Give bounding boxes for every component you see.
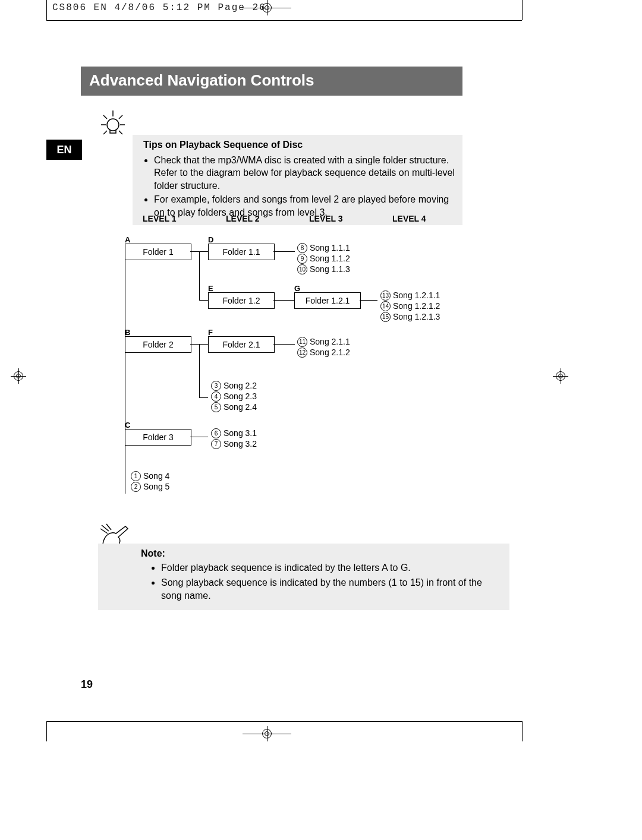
page: CS806 EN 4/8/06 5:12 PM Page 26 EN Advan… — [0, 0, 642, 840]
tips-item: Check that the mp3/WMA disc is created w… — [154, 154, 457, 192]
folder-label: E — [208, 284, 213, 293]
registration-mark — [553, 368, 568, 384]
content-area: Advanced Navigation Controls Tips on Pla… — [46, 67, 462, 225]
folder-label: A — [125, 235, 130, 244]
folder-box: Folder 1 — [125, 244, 191, 260]
folder-box: Folder 3 — [125, 429, 191, 446]
crop-mark — [522, 0, 523, 20]
svg-line-6 — [103, 131, 107, 134]
crop-mark — [46, 721, 47, 741]
song-group: 1Song 4 2Song 5 — [131, 470, 169, 492]
folder-box: Folder 1.1 — [208, 244, 275, 260]
folder-label: G — [294, 284, 300, 293]
folder-box: Folder 2 — [125, 336, 191, 353]
note-block: Note: Folder playback sequence is indica… — [98, 544, 509, 610]
crop-mark — [46, 721, 522, 722]
song-group: 13Song 1.2.1.1 14Song 1.2.1.2 15Song 1.2… — [380, 290, 440, 323]
folder-box: Folder 1.2 — [208, 292, 275, 309]
note-item: Folder playback sequence is indicated by… — [161, 561, 503, 574]
level-header: LEVEL 4 — [392, 214, 426, 223]
folder-label: D — [208, 235, 213, 244]
svg-line-5 — [119, 115, 122, 119]
crop-mark — [46, 20, 522, 21]
level-header: LEVEL 1 — [143, 214, 177, 223]
song-group: 8Song 1.1.1 9Song 1.1.2 10Song 1.1.3 — [297, 242, 350, 275]
song-group: 11Song 2.1.1 12Song 2.1.2 — [297, 336, 350, 358]
playback-sequence-diagram: LEVEL 1 LEVEL 2 LEVEL 3 LEVEL 4 A Folder… — [119, 214, 511, 505]
folder-box: Folder 1.2.1 — [294, 292, 361, 309]
svg-line-4 — [103, 115, 107, 119]
page-number: 19 — [81, 678, 93, 691]
level-header: LEVEL 3 — [309, 214, 343, 223]
tips-title: Tips on Playback Sequence of Disc — [143, 138, 457, 151]
crop-mark — [243, 8, 291, 8]
crop-mark — [46, 0, 47, 20]
tips-block: Tips on Playback Sequence of Disc Check … — [133, 135, 462, 225]
folder-label: C — [125, 421, 130, 430]
svg-line-10 — [106, 524, 111, 530]
folder-label: F — [208, 328, 213, 337]
lightbulb-icon — [95, 107, 131, 143]
song-group: 3Song 2.2 4Song 2.3 5Song 2.4 — [211, 380, 257, 413]
crop-mark — [243, 734, 291, 734]
folder-label: B — [125, 328, 130, 337]
registration-mark — [11, 368, 26, 384]
svg-line-7 — [119, 131, 122, 134]
svg-point-0 — [107, 119, 119, 131]
print-slug: CS806 EN 4/8/06 5:12 PM Page 26 — [52, 2, 266, 13]
section-banner: Advanced Navigation Controls — [81, 67, 462, 96]
level-header: LEVEL 2 — [226, 214, 260, 223]
note-item: Song playback sequence is indicated by t… — [161, 576, 503, 603]
crop-mark — [522, 721, 523, 741]
note-title: Note: — [141, 547, 503, 560]
folder-box: Folder 2.1 — [208, 336, 275, 353]
song-group: 6Song 3.1 7Song 3.2 — [211, 428, 257, 449]
